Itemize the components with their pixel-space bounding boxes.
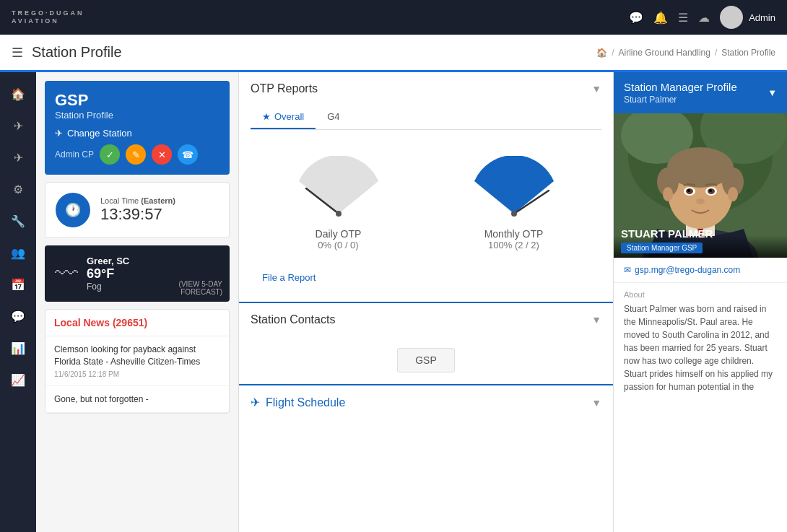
monthly-otp-value: 100% (2 / 2) — [464, 240, 565, 250]
file-report-link[interactable]: File a Report — [251, 265, 601, 290]
contacts-gsp-badge: GSP — [397, 348, 455, 372]
flight-title: ✈ Flight Schedule — [251, 396, 345, 409]
about-text: Stuart Palmer was born and raised in the… — [624, 302, 777, 393]
svg-point-21 — [696, 199, 705, 204]
weather-card: 〰 Greer, SC 69°F Fog (VIEW 5-DAY FORECAS… — [45, 245, 230, 302]
svg-point-3 — [511, 211, 517, 217]
avatar — [720, 6, 743, 29]
manager-photo-container: STUART PALMER Station Manager GSP — [614, 113, 787, 258]
contacts-section: Station Contacts ▼ GSP — [239, 303, 613, 385]
logo-line1: TREGO·DUGAN — [12, 9, 84, 17]
plane-flight-icon: ✈ — [251, 396, 260, 409]
sidebar-item-calendar[interactable]: 📅 — [4, 270, 32, 299]
contacts-section-header: Station Contacts ▼ — [239, 303, 613, 336]
station-profile-label: Station Profile — [55, 110, 219, 121]
manager-photo-overlay: STUART PALMER Station Manager GSP — [614, 220, 787, 258]
monthly-otp-label: Monthly OTP — [464, 228, 565, 240]
right-panel: Station Manager Profile Stuart Palmer ▼ — [614, 72, 787, 532]
sidebar-item-flights[interactable]: ✈ — [4, 111, 32, 140]
news-headline-1[interactable]: Clemson looking for payback against Flor… — [54, 344, 220, 368]
news-headline-2[interactable]: Gone, but not forgotten - — [54, 393, 220, 406]
admin-cp-row: Admin CP ✓ ✎ ✕ ☎ — [55, 144, 219, 165]
weather-condition: Fog — [87, 282, 129, 292]
admin-btn-orange[interactable]: ✎ — [126, 144, 146, 165]
local-time-label: Local Time (Eastern) — [100, 196, 175, 205]
manager-contact: ✉ gsp.mgr@trego-dugan.com — [614, 258, 787, 283]
flight-section-header: ✈ Flight Schedule ▼ — [239, 385, 613, 419]
breadcrumb-ground: Airline Ground Handling — [619, 48, 710, 58]
clock-info: Local Time (Eastern) 13:39:57 — [100, 196, 175, 224]
hamburger-icon[interactable]: ☰ — [12, 45, 23, 61]
svg-point-23 — [728, 187, 738, 201]
breadcrumb-profile: Station Profile — [721, 48, 775, 58]
change-station-button[interactable]: ✈ Change Station — [55, 128, 219, 139]
manager-name-overlay: STUART PALMER — [621, 227, 780, 240]
manager-header-info: Station Manager Profile Stuart Palmer — [624, 81, 737, 105]
page-title: Station Profile — [32, 44, 122, 61]
otp-gauges: Daily OTP 0% (0 / 0) — [251, 141, 601, 265]
station-card: GSP Station Profile ✈ Change Station Adm… — [45, 81, 230, 175]
otp-section-header: OTP Reports ▼ — [239, 72, 613, 105]
app-logo: TREGO·DUGAN AVIATION — [12, 9, 84, 25]
svg-point-19 — [687, 189, 690, 192]
manager-email[interactable]: ✉ gsp.mgr@trego-dugan.com — [624, 265, 777, 275]
news-timestamp-1: 11/6/2015 12:18 PM — [54, 370, 220, 378]
sidebar-item-chat[interactable]: 💬 — [4, 302, 32, 331]
main-layout: 🏠 ✈ ✈ ⚙ 🔧 👥 📅 💬 📊 📈 GSP Station Profile … — [0, 72, 787, 532]
manager-about: About Stuart Palmer was born and raised … — [614, 283, 787, 401]
tab-g4[interactable]: G4 — [316, 105, 351, 129]
sidebar-item-people[interactable]: 👥 — [4, 238, 32, 267]
fog-icon: 〰 — [55, 261, 78, 287]
daily-otp-gauge: Daily OTP 0% (0 / 0) — [288, 156, 389, 250]
manager-role-badge: Station Manager GSP — [621, 243, 703, 253]
admin-btn-blue[interactable]: ☎ — [178, 144, 198, 165]
manager-photo: STUART PALMER Station Manager GSP — [614, 113, 787, 258]
otp-section-body: ★ Overall G4 — [239, 105, 613, 302]
forecast-link[interactable]: (VIEW 5-DAY FORECAST) — [179, 280, 222, 296]
sidebar-item-plane[interactable]: ✈ — [4, 143, 32, 172]
daily-otp-value: 0% (0 / 0) — [288, 240, 389, 250]
contacts-section-title: Station Contacts — [251, 313, 335, 326]
breadcrumb: 🏠 / Airline Ground Handling / Station Pr… — [596, 48, 775, 58]
otp-tabs: ★ Overall G4 — [251, 105, 601, 130]
weather-info: Greer, SC 69°F Fog — [87, 256, 129, 292]
otp-section: OTP Reports ▼ ★ Overall G4 — [239, 72, 613, 303]
sidebar-item-tools[interactable]: 🔧 — [4, 206, 32, 235]
otp-toggle-icon[interactable]: ▼ — [591, 83, 601, 95]
email-icon: ✉ — [624, 265, 631, 275]
news-header: Local News (29651) — [45, 310, 229, 336]
sidebar-item-chart[interactable]: 📈 — [4, 365, 32, 394]
clock-card: 🕐 Local Time (Eastern) 13:39:57 — [45, 182, 230, 238]
menu-icon[interactable]: ☰ — [678, 11, 688, 25]
sidebar-item-home[interactable]: 🏠 — [4, 79, 32, 108]
cloud-icon[interactable]: ☁ — [698, 11, 710, 25]
weather-city: Greer, SC — [87, 256, 129, 266]
sidebar: 🏠 ✈ ✈ ⚙ 🔧 👥 📅 💬 📊 📈 — [0, 72, 36, 532]
contacts-toggle-icon[interactable]: ▼ — [591, 314, 601, 326]
list-item: Clemson looking for payback against Flor… — [45, 336, 229, 386]
admin-cp-label: Admin CP — [55, 149, 94, 160]
admin-btn-red[interactable]: ✕ — [152, 144, 172, 165]
sidebar-item-report[interactable]: 📊 — [4, 333, 32, 362]
change-station-label: Change Station — [67, 128, 132, 139]
admin-btn-green[interactable]: ✓ — [100, 144, 120, 165]
home-icon[interactable]: 🏠 — [596, 48, 607, 58]
svg-point-20 — [709, 189, 712, 192]
time-display: 13:39:57 — [100, 205, 175, 224]
flight-toggle-icon[interactable]: ▼ — [591, 397, 601, 409]
station-code: GSP — [55, 91, 219, 110]
svg-point-1 — [336, 211, 342, 217]
chat-icon[interactable]: 💬 — [629, 11, 643, 25]
list-item: Gone, but not forgotten - — [45, 386, 229, 414]
monthly-otp-gauge: Monthly OTP 100% (2 / 2) — [464, 156, 565, 250]
admin-label: Admin — [749, 12, 775, 23]
manager-section-toggle[interactable]: ▼ — [768, 87, 777, 98]
manager-header: Station Manager Profile Stuart Palmer ▼ — [614, 72, 787, 113]
content-area: GSP Station Profile ✈ Change Station Adm… — [36, 72, 787, 532]
middle-panel: OTP Reports ▼ ★ Overall G4 — [238, 72, 614, 532]
sidebar-item-settings[interactable]: ⚙ — [4, 175, 32, 204]
tab-overall[interactable]: ★ Overall — [251, 105, 316, 129]
news-card: Local News (29651) Clemson looking for p… — [45, 309, 230, 414]
bell-icon[interactable]: 🔔 — [653, 11, 668, 25]
svg-point-22 — [663, 187, 673, 201]
